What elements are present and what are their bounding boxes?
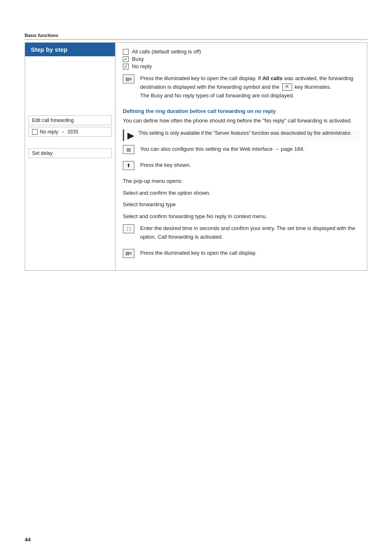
select-confirm-text: Select and confirm the option shown. xyxy=(123,189,360,198)
left-column: Step by step Edit call forwarding No rep… xyxy=(25,43,115,270)
web-interface-arrow: → xyxy=(274,146,279,152)
set-delay-label: Set delay xyxy=(32,150,53,156)
web-interface-text: You can also configure this setting via … xyxy=(140,145,304,154)
web-interface-key-icon[interactable]: ▤ xyxy=(123,145,134,154)
web-interface-row: ▤ You can also configure this setting vi… xyxy=(123,145,360,157)
no-reply-number: 3335 xyxy=(67,129,78,135)
no-reply-forward-arrow: → xyxy=(60,129,65,135)
all-calls-label: All calls (default setting is off) xyxy=(132,48,201,55)
popup-opens-text: The pop-up menu opens: xyxy=(123,177,360,186)
checkbox-group: All calls (default setting is off) ✓ Bus… xyxy=(123,48,360,69)
sidebar-items: Edit call forwarding No reply → 3335 Set… xyxy=(25,56,115,158)
set-delay-item[interactable]: Set delay xyxy=(28,148,112,158)
right-column: All calls (default setting is off) ✓ Bus… xyxy=(115,43,367,270)
page-container: Basic functions Step by step Edit call f… xyxy=(0,0,392,555)
all-calls-checkbox[interactable] xyxy=(123,49,129,55)
note-arrow-icon: ▶ xyxy=(127,130,134,141)
numpad-key-icon[interactable]: ∷ xyxy=(123,224,134,233)
press-key-icon[interactable]: ⬆ xyxy=(123,161,134,170)
press-key-shown-text: Press the key shown. xyxy=(140,161,191,170)
no-reply-item[interactable]: No reply → 3335 xyxy=(28,127,112,137)
final-key-icon[interactable]: ▤≡ xyxy=(123,249,134,258)
page-number: 44 xyxy=(25,537,30,543)
no-reply-label-right: No reply xyxy=(132,63,152,69)
enter-time-text: Enter the desired time in seconds and co… xyxy=(140,224,360,242)
select-forwarding-type-text: Select forwarding type xyxy=(123,200,360,209)
edit-call-forwarding-item[interactable]: Edit call forwarding xyxy=(28,115,112,125)
busy-label: Busy xyxy=(132,56,144,62)
select-confirm-no-reply-text: Select and confirm forwarding type No re… xyxy=(123,212,360,221)
note-box: ▶ This setting is only available if the … xyxy=(123,129,360,141)
no-reply-label: No reply xyxy=(40,129,58,135)
edit-call-forwarding-label: Edit call forwarding xyxy=(32,117,74,123)
final-key-row: ▤≡ Press the illuminated key to open the… xyxy=(123,249,360,261)
key-paragraph-1: ▤≡ Press the illuminated key to open the… xyxy=(123,74,360,103)
note-text: This setting is only available if the "S… xyxy=(138,129,352,137)
section-label: Basic functions xyxy=(25,33,367,40)
press-illuminated-text: Press the illuminated key to open the ca… xyxy=(140,249,256,258)
call-display-key-icon[interactable]: ▤≡ xyxy=(123,74,134,83)
checkbox-all-calls: All calls (default setting is off) xyxy=(123,48,360,55)
main-layout: Step by step Edit call forwarding No rep… xyxy=(25,42,367,271)
web-interface-page: page 184. xyxy=(281,146,305,152)
checkbox-busy: ✓ Busy xyxy=(123,56,360,62)
section-heading: Defining the ring duration before call f… xyxy=(123,108,360,114)
checkbox-no-reply: ✓ No reply xyxy=(123,63,360,69)
paragraph-1-text: Press the illuminated key to open the ca… xyxy=(140,74,360,100)
body-text-1: You can define how often the phone shoul… xyxy=(123,117,360,125)
busy-checkbox[interactable]: ✓ xyxy=(123,56,129,62)
enter-time-row: ∷ Enter the desired time in seconds and … xyxy=(123,224,360,245)
inline-key-icon: ⇱ xyxy=(282,83,292,91)
step-by-step-header: Step by step xyxy=(25,43,115,56)
no-reply-checkbox-right[interactable]: ✓ xyxy=(123,64,129,69)
press-key-shown-row: ⬆ Press the key shown. xyxy=(123,161,360,173)
no-reply-checkbox[interactable] xyxy=(32,129,38,135)
